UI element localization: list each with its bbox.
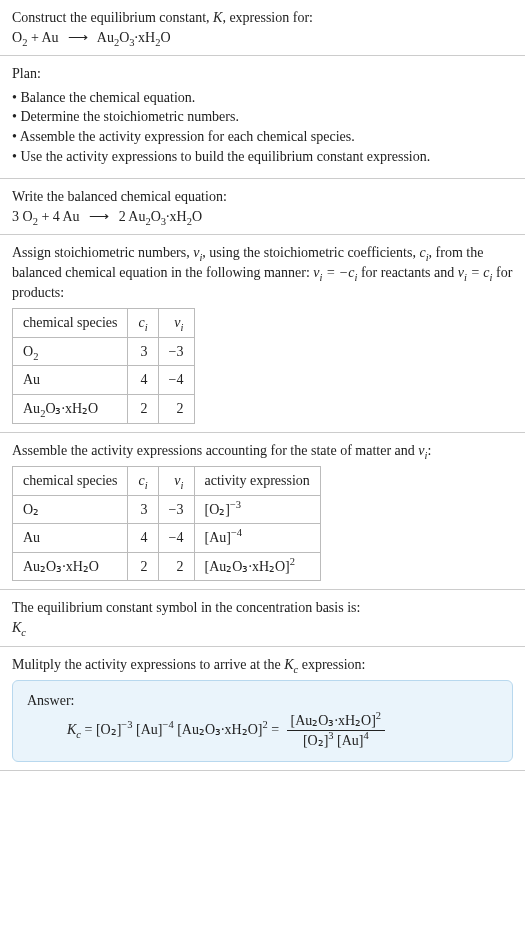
term: [Au]−4 xyxy=(136,722,174,737)
term: 3 O2 xyxy=(12,209,38,224)
cell-ci: 4 xyxy=(128,366,158,395)
cell-nui: −4 xyxy=(158,366,194,395)
term: [Au₂O₃·xH₂O]2 xyxy=(177,722,268,737)
plan-item: Use the activity expressions to build th… xyxy=(12,147,513,167)
plus: + xyxy=(27,30,41,45)
cell-nui: −3 xyxy=(158,495,194,524)
kc-symbol: Kc xyxy=(12,618,513,638)
plan-list: Balance the chemical equation. Determine… xyxy=(12,88,513,166)
cell-species: Au xyxy=(13,524,128,553)
species-O2: O2 xyxy=(12,30,27,45)
cell-nui: −4 xyxy=(158,524,194,553)
reaction-arrow-icon: ⟶ xyxy=(62,30,94,45)
section-final: Mulitply the activity expressions to arr… xyxy=(0,647,525,771)
plan-item: Balance the chemical equation. xyxy=(12,88,513,108)
table-row: Au₂O₃·xH₂O 2 2 [Au₂O₃·xH₂O]2 xyxy=(13,552,321,581)
cell-species: Au xyxy=(13,366,128,395)
col-species: chemical species xyxy=(13,309,128,338)
eq-products: νi = ci xyxy=(458,265,493,280)
table-header-row: chemical species ci νi xyxy=(13,309,195,338)
balanced-title: Write the balanced chemical equation: xyxy=(12,187,513,207)
section-stoich: Assign stoichiometric numbers, νi, using… xyxy=(0,235,525,432)
table-row: O₂ 3 −3 [O₂]−3 xyxy=(13,495,321,524)
cell-species: O₂ xyxy=(13,495,128,524)
construct-title: Construct the equilibrium constant, K, e… xyxy=(12,8,513,28)
col-nui: νi xyxy=(158,309,194,338)
col-nui: νi xyxy=(158,467,194,496)
table-header-row: chemical species ci νi activity expressi… xyxy=(13,467,321,496)
var-nu-i: νi xyxy=(193,245,202,260)
answer-equation: Kc = [O₂]−3 [Au]−4 [Au₂O₃·xH₂O]2 = [Au₂O… xyxy=(67,711,498,751)
cell-species: Au2O₃·xH₂O xyxy=(13,394,128,423)
fraction: [Au₂O₃·xH₂O]2[O₂]3 [Au]4 xyxy=(287,711,386,751)
stoich-text: Assign stoichiometric numbers, νi, using… xyxy=(12,243,513,302)
cell-species: Au₂O₃·xH₂O xyxy=(13,552,128,581)
var-K: K xyxy=(213,10,222,25)
term: 4 Au xyxy=(53,209,80,224)
unbalanced-equation: O2 + Au ⟶ Au2O3·xH2O xyxy=(12,28,513,48)
cell-species: O2 xyxy=(13,337,128,366)
plus: + xyxy=(38,209,53,224)
cell-ci: 3 xyxy=(128,337,158,366)
text: Construct the equilibrium constant, xyxy=(12,10,213,25)
plan-item: Determine the stoichiometric numbers. xyxy=(12,107,513,127)
col-species: chemical species xyxy=(13,467,128,496)
species-Au2O3xH2O: Au2O3·xH2O xyxy=(97,30,171,45)
activity-text: Assemble the activity expressions accoun… xyxy=(12,441,513,461)
text: , expression for: xyxy=(222,10,313,25)
fraction-denominator: [O₂]3 [Au]4 xyxy=(287,731,386,751)
cell-ci: 2 xyxy=(128,394,158,423)
col-activity: activity expression xyxy=(194,467,320,496)
answer-label: Answer: xyxy=(27,691,498,711)
cell-activity: [O₂]−3 xyxy=(194,495,320,524)
kc-text: The equilibrium constant symbol in the c… xyxy=(12,598,513,618)
section-kc-symbol: The equilibrium constant symbol in the c… xyxy=(0,590,525,646)
balanced-equation: 3 O2 + 4 Au ⟶ 2 Au2O3·xH2O xyxy=(12,207,513,227)
section-balanced: Write the balanced chemical equation: 3 … xyxy=(0,179,525,235)
term: 2 Au2O3·xH2O xyxy=(119,209,202,224)
final-text: Mulitply the activity expressions to arr… xyxy=(12,655,513,675)
section-plan: Plan: Balance the chemical equation. Det… xyxy=(0,56,525,179)
species-Au: Au xyxy=(42,30,59,45)
plan-item: Assemble the activity expression for eac… xyxy=(12,127,513,147)
plan-title: Plan: xyxy=(12,64,513,84)
term: [O₂]−3 xyxy=(96,722,133,737)
table-row: Au 4 −4 xyxy=(13,366,195,395)
answer-box: Answer: Kc = [O₂]−3 [Au]−4 [Au₂O₃·xH₂O]2… xyxy=(12,680,513,762)
cell-activity: [Au]−4 xyxy=(194,524,320,553)
cell-ci: 2 xyxy=(128,552,158,581)
cell-nui: −3 xyxy=(158,337,194,366)
cell-activity: [Au₂O₃·xH₂O]2 xyxy=(194,552,320,581)
col-ci: ci xyxy=(128,467,158,496)
col-ci: ci xyxy=(128,309,158,338)
section-construct: Construct the equilibrium constant, K, e… xyxy=(0,0,525,56)
var-Kc: Kc xyxy=(284,657,298,672)
table-row: Au2O₃·xH₂O 2 2 xyxy=(13,394,195,423)
activity-table: chemical species ci νi activity expressi… xyxy=(12,466,321,581)
section-activity: Assemble the activity expressions accoun… xyxy=(0,433,525,591)
var-c-i: ci xyxy=(419,245,428,260)
table-row: Au 4 −4 [Au]−4 xyxy=(13,524,321,553)
stoich-table: chemical species ci νi O2 3 −3 Au 4 −4 A… xyxy=(12,308,195,423)
cell-nui: 2 xyxy=(158,552,194,581)
fraction-numerator: [Au₂O₃·xH₂O]2 xyxy=(287,711,386,732)
cell-ci: 4 xyxy=(128,524,158,553)
cell-nui: 2 xyxy=(158,394,194,423)
reaction-arrow-icon: ⟶ xyxy=(83,209,115,224)
eq-reactants: νi = −ci xyxy=(313,265,357,280)
table-row: O2 3 −3 xyxy=(13,337,195,366)
cell-ci: 3 xyxy=(128,495,158,524)
